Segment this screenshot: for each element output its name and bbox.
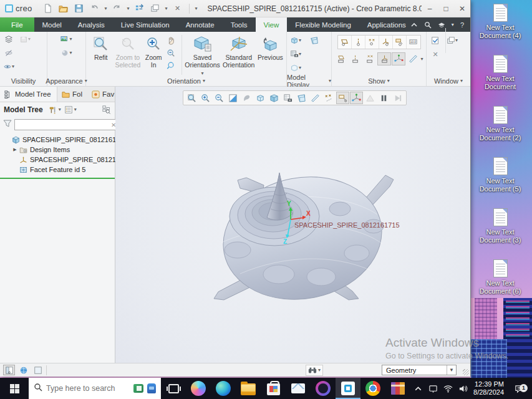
web-browser-icon[interactable] <box>17 365 29 375</box>
task-view-button[interactable] <box>161 378 186 399</box>
saved-orientations-button[interactable]: Saved Orientations ▾ <box>184 34 220 76</box>
tree-tools-icon[interactable]: ▾ <box>49 105 61 114</box>
volume-icon[interactable] <box>458 384 468 393</box>
redo-dropdown-icon[interactable]: ▾ <box>127 6 130 11</box>
cast-icon[interactable] <box>428 384 438 393</box>
tree-filter-input[interactable] <box>15 121 109 128</box>
chrome-button[interactable] <box>360 378 385 399</box>
filter-icon[interactable] <box>3 119 12 130</box>
dropdown-arrow-icon[interactable]: ▾ <box>203 79 205 84</box>
file-explorer-button[interactable] <box>236 378 261 399</box>
axis-display-icon[interactable] <box>352 36 365 49</box>
scene-icon[interactable]: ▾ <box>289 49 302 60</box>
tree-item[interactable]: ▶ Design Items <box>0 145 115 155</box>
zoom-out-icon[interactable] <box>165 47 177 59</box>
axis-tag-icon[interactable] <box>349 52 362 65</box>
activate-window-icon[interactable] <box>429 35 442 46</box>
find-dropdown-icon[interactable]: ▾ <box>318 368 321 373</box>
layers-icon[interactable] <box>2 34 15 45</box>
creo-app-button[interactable] <box>336 378 360 399</box>
shading-quality-icon[interactable]: ▾ <box>289 62 302 74</box>
utility-dropdown-icon[interactable]: ▾ <box>452 22 454 27</box>
tree-item[interactable]: Facet Feature id 5 <box>0 165 115 175</box>
search-input[interactable] <box>46 384 130 393</box>
search-icon[interactable] <box>424 21 432 29</box>
tab-model-tree[interactable]: Model Tree <box>0 87 57 102</box>
ribbon-tab[interactable]: Flexible Modeling <box>287 17 359 32</box>
standard-orientation-button[interactable]: Standard Orientation <box>221 34 257 76</box>
plane-tag-icon[interactable] <box>334 52 348 65</box>
new-file-icon[interactable] <box>42 3 54 14</box>
section-show-icon[interactable] <box>406 52 420 65</box>
previous-button[interactable]: Previous <box>257 34 284 76</box>
tab-folder-browser[interactable]: Fol <box>57 87 87 102</box>
desktop-icon-new-text-document[interactable]: New Text Document (6) <box>472 259 528 307</box>
window-activate-icon[interactable] <box>150 3 161 14</box>
search-highlight-backpack-icon[interactable] <box>147 383 156 393</box>
navigator-toggle-icon[interactable] <box>3 365 15 375</box>
desktop-icon-new-text-document[interactable]: New Text Document (2) <box>472 106 528 153</box>
learning-connector-icon[interactable] <box>438 21 445 29</box>
dropdown-arrow-icon[interactable]: ▾ <box>387 79 390 84</box>
dimension-display-icon[interactable]: 10.0 <box>407 36 420 49</box>
open-file-icon[interactable] <box>58 3 69 14</box>
ribbon-tab[interactable]: File <box>0 17 34 32</box>
undo-icon[interactable] <box>89 3 100 14</box>
edge-button[interactable] <box>211 378 236 399</box>
zoom-region-icon[interactable] <box>165 60 177 71</box>
tree-item[interactable]: SPACESHIP_SPIRE_0812161715 <box>0 155 115 165</box>
redo-icon[interactable] <box>112 3 123 14</box>
desktop-icon-new-text-document[interactable]: New Text Document (5) <box>472 157 528 204</box>
microsoft-store-button[interactable] <box>261 378 286 399</box>
taskbar-search[interactable] <box>29 378 161 399</box>
dropdown-arrow-icon[interactable]: ▾ <box>460 79 463 84</box>
dropdown-arrow-icon[interactable]: ▾ <box>329 79 331 84</box>
opera-button[interactable] <box>311 378 336 399</box>
tree-search-icon[interactable] <box>102 105 111 114</box>
point-display-icon[interactable] <box>365 36 379 49</box>
start-button[interactable] <box>0 378 29 399</box>
annotation-display-icon[interactable] <box>393 36 407 49</box>
combo-dropdown-icon[interactable]: ▼ <box>447 365 456 375</box>
copilot-button[interactable] <box>186 378 211 399</box>
zoom-to-selected-button[interactable]: Zoom to Selected <box>113 34 142 76</box>
close-window-x-icon[interactable]: ✕ <box>429 49 442 60</box>
resize-grip[interactable] <box>463 369 469 375</box>
wifi-icon[interactable] <box>443 384 453 393</box>
winrar-button[interactable] <box>385 378 410 399</box>
selection-filter-combo[interactable]: Geometry ▼ <box>382 365 457 375</box>
render-sphere-icon[interactable]: ▾ <box>60 47 73 59</box>
minimize-ribbon-icon[interactable] <box>410 21 418 29</box>
ribbon-tab[interactable]: View <box>256 17 288 32</box>
tree-settings-icon[interactable]: ▾ <box>64 105 77 114</box>
minimize-button[interactable]: – <box>422 2 438 16</box>
regenerate-icon[interactable] <box>134 3 145 14</box>
ribbon-tab[interactable]: Tools <box>223 17 256 32</box>
windows-cascade-icon[interactable]: ▾ <box>446 35 458 46</box>
point-tag-icon[interactable] <box>363 52 377 65</box>
ribbon-tab[interactable]: Annotate <box>178 17 223 32</box>
hide-icon[interactable] <box>2 47 15 59</box>
window-dropdown-icon[interactable]: ▾ <box>165 6 168 11</box>
mail-button[interactable] <box>286 378 311 399</box>
ribbon-tab[interactable]: Applications <box>359 17 414 32</box>
notification-center-button[interactable]: 1 <box>510 384 528 393</box>
zoom-in-button[interactable]: Zoom In <box>142 34 165 76</box>
desktop-icon-new-text-document[interactable]: New Text Document <box>472 55 528 102</box>
csys-tag-icon[interactable] <box>377 52 391 65</box>
close-window-icon[interactable]: ✕ <box>172 3 183 14</box>
close-button[interactable]: ✕ <box>454 2 470 16</box>
plane-display-icon[interactable] <box>338 36 352 49</box>
save-status-icon[interactable]: ▾ <box>19 34 31 45</box>
graphics-area[interactable]: Y X Z SPACESHIP_SPIRE_0812161715 <box>115 87 470 363</box>
ribbon-tab[interactable]: Model <box>34 17 70 32</box>
spin-center-toggle-icon[interactable] <box>392 52 405 65</box>
expander-icon[interactable]: ▶ <box>11 147 19 152</box>
pan-icon[interactable] <box>165 35 177 46</box>
desktop-icon-new-text-document[interactable]: New Text Document (4) <box>472 4 528 51</box>
tab-favorites[interactable]: Fav <box>87 87 115 102</box>
taskbar-clock[interactable]: 12:39 PM 8/28/2024 <box>473 380 504 397</box>
appearance-gallery-icon[interactable]: ▾ <box>60 34 73 45</box>
spaceship-model[interactable]: Y X Z <box>115 87 470 362</box>
dropdown-arrow-icon[interactable]: ▾ <box>420 57 423 62</box>
